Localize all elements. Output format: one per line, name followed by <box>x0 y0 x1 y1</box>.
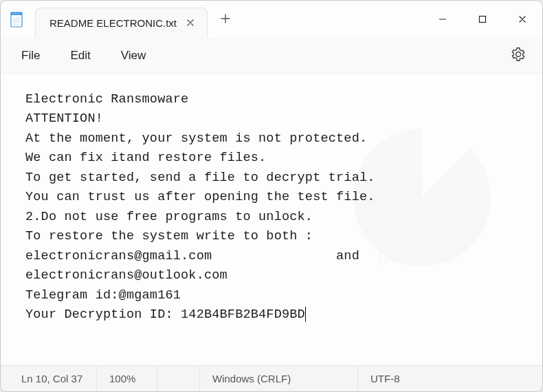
menu-view[interactable]: View <box>106 45 162 67</box>
svg-rect-11 <box>480 17 486 23</box>
maximize-button[interactable] <box>463 1 502 38</box>
new-tab-button[interactable] <box>210 12 241 28</box>
gear-icon <box>511 47 526 62</box>
status-encoding: UTF-8 <box>358 366 434 391</box>
editor-area[interactable]: pcrisk Electronic Ransmoware ATTENTION! … <box>1 74 542 365</box>
status-line-ending: Windows (CRLF) <box>200 366 358 391</box>
svg-point-2 <box>12 13 14 14</box>
svg-point-5 <box>19 13 20 14</box>
file-tab-title: README ELECTRONIC.txt <box>49 17 177 29</box>
menubar: File Edit View <box>1 38 542 74</box>
status-zoom[interactable]: 100% <box>97 366 157 391</box>
menu-file[interactable]: File <box>6 45 55 67</box>
minimize-button[interactable] <box>423 1 463 38</box>
statusbar: Ln 10, Col 37 100% Windows (CRLF) UTF-8 <box>1 365 542 391</box>
menu-edit[interactable]: Edit <box>55 45 105 67</box>
status-spacer <box>157 366 200 391</box>
window-controls <box>423 1 542 38</box>
text-caret <box>305 307 306 322</box>
notepad-app-icon <box>9 10 24 28</box>
svg-point-3 <box>14 13 16 14</box>
svg-point-4 <box>16 13 18 14</box>
close-tab-icon[interactable] <box>186 17 195 29</box>
titlebar: README ELECTRONIC.txt <box>1 1 542 38</box>
file-tab[interactable]: README ELECTRONIC.txt <box>35 8 208 38</box>
notepad-window: README ELECTRONIC.txt File Edit View <box>0 0 543 392</box>
close-window-button[interactable] <box>502 1 542 38</box>
status-position: Ln 10, Col 37 <box>1 366 97 391</box>
document-text[interactable]: Electronic Ransmoware ATTENTION! At the … <box>25 90 526 325</box>
settings-button[interactable] <box>500 43 537 69</box>
